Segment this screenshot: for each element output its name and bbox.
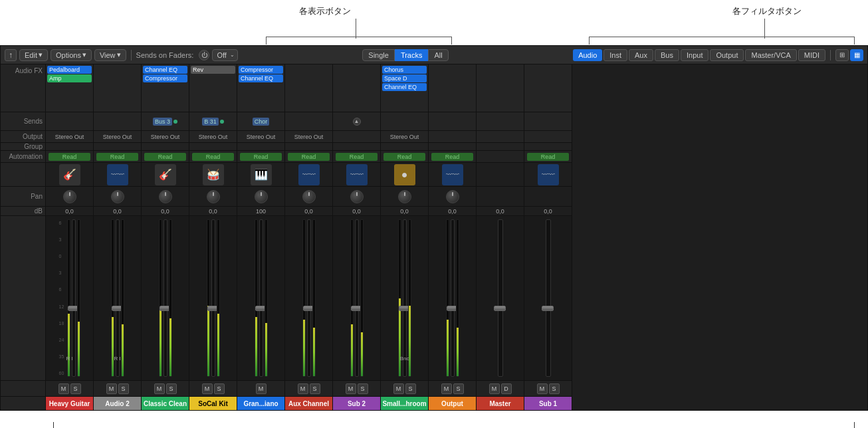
ch8-fx-space-d[interactable]: Space D xyxy=(382,74,427,82)
sends-off-dropdown[interactable]: Off ⌄ xyxy=(212,49,237,61)
tracks-button[interactable]: Tracks xyxy=(395,49,429,61)
ch3-solo-btn[interactable]: S xyxy=(166,383,177,394)
ch1-fx-pedalboard[interactable]: Pedalboard xyxy=(47,66,92,74)
ch1-name[interactable]: Heavy Guitar xyxy=(46,397,93,410)
ch2-mute-btn[interactable]: M xyxy=(106,383,117,394)
ch8-auto-btn[interactable]: Read xyxy=(383,153,426,161)
ch1-fader[interactable] xyxy=(72,219,76,377)
ch7-fader[interactable] xyxy=(355,219,359,377)
master-vca-filter-btn[interactable]: Master/VCA xyxy=(745,49,796,61)
ch6-sends xyxy=(285,112,332,131)
sends-power-button[interactable]: ⏻ xyxy=(199,50,209,60)
ch3-mute-btn[interactable]: M xyxy=(154,383,165,394)
ch2-fader[interactable] xyxy=(116,219,120,377)
ch2-name[interactable]: Audio 2 xyxy=(94,397,141,410)
ch4-fx-rev[interactable]: Rev xyxy=(191,66,235,74)
ch5-send-chor[interactable]: Chor xyxy=(253,118,270,126)
ch7-mute-btn[interactable]: M xyxy=(346,383,356,394)
inst-filter-btn[interactable]: Inst xyxy=(603,49,627,61)
ch11-solo-btn[interactable]: S xyxy=(549,383,560,394)
ch10-name[interactable]: Master xyxy=(477,397,524,410)
ch9-solo-btn[interactable]: S xyxy=(453,383,464,394)
ch3-pan-knob[interactable] xyxy=(159,190,172,203)
ch3-fx-channel-eq[interactable]: Channel EQ xyxy=(143,66,187,74)
ch6-mute-btn[interactable]: M xyxy=(298,383,308,394)
ch8-name[interactable]: Small...hroom xyxy=(381,397,428,410)
ch4-fader[interactable] xyxy=(211,219,215,377)
ch3-fx-compressor[interactable]: Compressor xyxy=(143,74,187,82)
strip-view-btn[interactable]: ▦ xyxy=(850,49,863,61)
ch3-auto-btn[interactable]: Read xyxy=(144,153,187,161)
aux-filter-btn[interactable]: Aux xyxy=(629,49,653,61)
ch2-solo-btn[interactable]: S xyxy=(118,383,129,394)
options-menu[interactable]: Options ▾ xyxy=(51,49,92,61)
ch8-fx-channel-eq[interactable]: Channel EQ xyxy=(382,83,427,91)
ch5-fader[interactable] xyxy=(259,219,263,377)
ch1-auto-btn[interactable]: Read xyxy=(49,153,91,161)
ch9-pan-knob[interactable] xyxy=(446,190,459,203)
input-filter-btn[interactable]: Input xyxy=(681,49,708,61)
ch5-mute-btn[interactable]: M xyxy=(256,383,267,394)
ch9-auto-btn[interactable]: Read xyxy=(431,153,474,161)
ch7-auto-btn[interactable]: Read xyxy=(336,153,378,161)
ch5-fx-channel-eq[interactable]: Channel EQ xyxy=(239,74,283,82)
ch5-fx-compressor[interactable]: Compressor xyxy=(239,66,283,74)
ch2-auto-btn[interactable]: Read xyxy=(96,153,139,161)
ch7-solo-btn[interactable]: S xyxy=(358,383,368,394)
ch1-mute-btn[interactable]: M xyxy=(58,383,69,394)
ch1-pan-knob[interactable] xyxy=(63,190,76,203)
ch11-fader-handle[interactable] xyxy=(542,306,554,311)
ch4-ms: M S xyxy=(189,381,237,397)
edit-menu[interactable]: Edit ▾ xyxy=(19,49,48,61)
list-view-btn[interactable]: ⊞ xyxy=(835,49,849,61)
ch3-fader[interactable] xyxy=(163,219,167,377)
ch4-name[interactable]: SoCal Kit xyxy=(189,397,237,410)
ch4-auto-btn[interactable]: Read xyxy=(192,153,235,161)
single-button[interactable]: Single xyxy=(362,49,395,61)
bus-filter-btn[interactable]: Bus xyxy=(655,49,679,61)
ch4-mute-btn[interactable]: M xyxy=(202,383,213,394)
ch8-fader[interactable] xyxy=(403,219,407,377)
ch4-pan-knob[interactable] xyxy=(207,190,220,203)
ch6-fader[interactable] xyxy=(307,219,311,377)
ch9-name[interactable]: Output xyxy=(429,397,476,410)
audio-filter-btn[interactable]: Audio xyxy=(573,49,602,61)
view-menu[interactable]: View ▾ xyxy=(94,49,126,61)
ch6-pan-knob[interactable] xyxy=(302,190,316,203)
back-button[interactable]: ↑ xyxy=(5,49,17,61)
ch1-fx-amp[interactable]: Amp xyxy=(47,74,92,82)
ch9-fader[interactable] xyxy=(451,219,455,377)
ch10-fader-handle[interactable] xyxy=(494,306,506,311)
ch9-mute-btn[interactable]: M xyxy=(441,383,452,394)
channel-output: Read 〰〰 0,0 xyxy=(429,64,477,410)
ch10-fader[interactable] xyxy=(498,219,503,377)
ch5-pan-knob[interactable] xyxy=(255,190,268,203)
ch6-name[interactable]: Aux Channel xyxy=(285,397,332,410)
ch5-name[interactable]: Gran...iano xyxy=(237,397,284,410)
ch11-auto-btn[interactable]: Read xyxy=(527,153,570,161)
ch11-mute-btn[interactable]: M xyxy=(537,383,548,394)
ch4-solo-btn[interactable]: S xyxy=(214,383,225,394)
ch6-solo-btn[interactable]: S xyxy=(310,383,320,394)
ch2-pan-knob[interactable] xyxy=(111,190,124,203)
ch10-mute-btn[interactable]: M xyxy=(489,383,500,394)
ch4-send-b31[interactable]: B 31 xyxy=(202,118,219,126)
ch3-send-bus3[interactable]: Bus 3 xyxy=(153,118,172,126)
ch8-mute-btn[interactable]: M xyxy=(393,383,404,394)
ch8-solo-btn[interactable]: S xyxy=(405,383,416,394)
ch8-fx-chorus[interactable]: Chorus xyxy=(382,66,427,74)
ch5-auto-btn[interactable]: Read xyxy=(240,153,282,161)
midi-filter-btn[interactable]: MIDI xyxy=(798,49,825,61)
ch1-solo-btn[interactable]: S xyxy=(70,383,81,394)
all-button[interactable]: All xyxy=(428,49,448,61)
ch7-name[interactable]: Sub 2 xyxy=(333,397,380,410)
ch10-d-btn[interactable]: D xyxy=(501,383,512,394)
ch11-fader[interactable] xyxy=(546,219,551,377)
ch7-pan-knob[interactable] xyxy=(350,190,364,203)
output-filter-btn[interactable]: Output xyxy=(710,49,744,61)
ch3-name[interactable]: Classic Clean xyxy=(142,397,189,410)
ch8-pan-knob[interactable] xyxy=(398,190,411,203)
ch6-auto-btn[interactable]: Read xyxy=(288,153,330,161)
ch11-name[interactable]: Sub 1 xyxy=(524,397,572,410)
ch7-collapse[interactable]: ▲ xyxy=(353,118,361,126)
